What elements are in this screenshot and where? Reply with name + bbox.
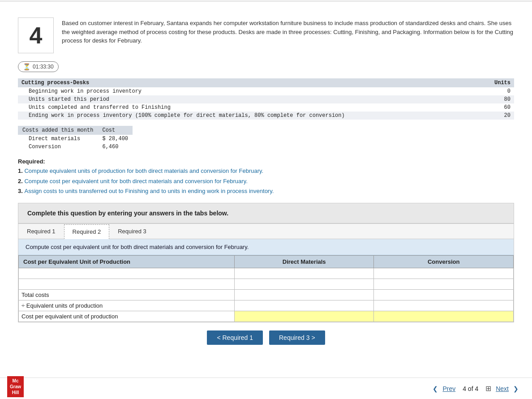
tab-required-3[interactable]: Required 3 <box>109 224 155 239</box>
cutting-row-0: Beginning work in process inventory 0 <box>18 87 514 95</box>
table-row-0 <box>19 268 514 279</box>
timer-label: 01:33:30 <box>33 64 54 70</box>
timer-icon: ⏳ <box>23 63 30 70</box>
footer-page-info: 4 of 4 <box>463 385 478 392</box>
main-table-header-col3: Conversion <box>374 255 514 268</box>
logo-line3: Hill <box>10 390 21 395</box>
grid-icon[interactable]: ⊞ <box>485 384 491 393</box>
footer-arrow-left[interactable]: ❮ <box>433 385 438 392</box>
cutting-value-2: 60 <box>478 103 514 112</box>
row0-conv-input[interactable] <box>377 270 511 277</box>
tab-required-2[interactable]: Required 2 <box>64 224 110 239</box>
main-data-table: Cost per Equivalent Unit of Production D… <box>18 255 514 322</box>
equiv-label: ÷ Equivalent units of production <box>19 300 235 311</box>
tabs-container: Required 1 Required 2 Required 3 Compute… <box>18 223 514 322</box>
cutting-label-3: Ending work in process inventory (100% c… <box>18 112 478 120</box>
cutting-row-2: Units completed and transferred to Finis… <box>18 103 514 112</box>
tab-required-1[interactable]: Required 1 <box>18 224 64 239</box>
costs-table-section: Costs added this month Cost Direct mater… <box>18 126 514 151</box>
costs-value-0: $ 28,400 <box>98 135 133 143</box>
next-button[interactable]: Required 3 > <box>269 330 325 345</box>
cutting-table-section: Cutting process-Desks Units Beginning wo… <box>18 78 514 120</box>
table-row-equiv: ÷ Equivalent units of production <box>19 300 514 311</box>
question-header: 4 Based on customer interest in February… <box>18 15 514 53</box>
costs-cost-col: Cost <box>98 126 133 135</box>
prev-button[interactable]: < Required 1 <box>207 330 263 345</box>
cost-per-dm-input[interactable] <box>237 313 371 320</box>
total-dm-input[interactable] <box>237 292 371 298</box>
row0-conv[interactable] <box>374 268 514 279</box>
costs-table-title: Costs added this month <box>18 126 98 135</box>
tabs-bar: Required 1 Required 2 Required 3 <box>18 224 514 239</box>
table-row-cost-per: Cost per equivalent unit of production <box>19 311 514 322</box>
tab-description: Compute cost per equivalent unit for bot… <box>18 239 514 255</box>
required-heading: Required: <box>18 158 514 165</box>
logo-line2: Graw <box>10 384 21 390</box>
footer-next-link[interactable]: Next <box>496 385 509 392</box>
cutting-label-2: Units completed and transferred to Finis… <box>18 103 478 112</box>
table-row-total: Total costs <box>19 289 514 300</box>
main-content: 4 Based on customer interest in February… <box>0 2 532 381</box>
required-item-1: 1. Compute equivalent units of productio… <box>18 167 514 176</box>
costs-row-0: Direct materials $ 28,400 <box>18 135 133 143</box>
footer-logo: Mc Graw Hill <box>7 376 24 397</box>
required-list: 1. Compute equivalent units of productio… <box>18 167 514 196</box>
equiv-dm-input[interactable] <box>237 302 371 309</box>
footer-prev-link[interactable]: Prev <box>442 385 455 392</box>
total-conv-input[interactable] <box>377 292 511 298</box>
row1-conv[interactable] <box>374 279 514 289</box>
cutting-value-3: 20 <box>478 112 514 120</box>
cost-per-label: Cost per equivalent unit of production <box>19 311 235 322</box>
required-item-1-text: Compute equivalent units of production f… <box>24 167 263 174</box>
row0-label <box>19 268 235 279</box>
main-table-header-col1: Cost per Equivalent Unit of Production <box>19 255 235 268</box>
row1-conv-input[interactable] <box>377 281 511 287</box>
total-label: Total costs <box>19 289 235 300</box>
costs-label-0: Direct materials <box>18 135 98 143</box>
cutting-table-title: Cutting process-Desks <box>18 78 478 87</box>
complete-box: Complete this question by entering your … <box>18 203 514 223</box>
cost-per-conv[interactable] <box>374 311 514 322</box>
costs-row-1: Conversion 6,460 <box>18 143 133 151</box>
main-table-header-col2: Direct Materials <box>234 255 374 268</box>
required-item-2-text: Compute cost per equivalent unit for bot… <box>24 178 247 184</box>
total-conv[interactable] <box>374 289 514 300</box>
costs-label-1: Conversion <box>18 143 98 151</box>
costs-table: Costs added this month Cost Direct mater… <box>18 126 133 151</box>
question-text: Based on customer interest in February, … <box>62 15 514 45</box>
equiv-conv[interactable] <box>374 300 514 311</box>
costs-value-1: 6,460 <box>98 143 133 151</box>
cutting-table: Cutting process-Desks Units Beginning wo… <box>18 78 514 120</box>
equiv-conv-input[interactable] <box>377 302 511 309</box>
footer-arrow-right[interactable]: ❯ <box>513 385 519 392</box>
required-item-2: 2. Compute cost per equivalent unit for … <box>18 177 514 186</box>
cost-per-dm[interactable] <box>234 311 374 322</box>
total-dm[interactable] <box>234 289 374 300</box>
row0-dm-input[interactable] <box>237 270 371 277</box>
logo-box: Mc Graw Hill <box>7 376 24 397</box>
cutting-value-1: 80 <box>478 95 514 103</box>
cost-per-conv-input[interactable] <box>377 313 511 320</box>
nav-buttons: < Required 1 Required 3 > <box>18 330 514 345</box>
cutting-value-0: 0 <box>478 87 514 95</box>
row0-dm[interactable] <box>234 268 374 279</box>
logo-line1: Mc <box>10 378 21 384</box>
footer-bar: ❮ Prev 4 of 4 ⊞ Next ❯ <box>0 378 532 399</box>
required-section: Required: 1. Compute equivalent units of… <box>18 158 514 196</box>
cutting-row-1: Units started this period 80 <box>18 95 514 103</box>
required-item-3: 3. Assign costs to units transferred out… <box>18 187 514 196</box>
footer-nav: ❮ Prev 4 of 4 ⊞ Next ❯ <box>433 384 519 393</box>
required-item-3-text: Assign costs to units transferred out to… <box>24 188 274 194</box>
cutting-label-1: Units started this period <box>18 95 478 103</box>
timer-badge: ⏳ 01:33:30 <box>18 61 59 72</box>
equiv-dm[interactable] <box>234 300 374 311</box>
tab-content: Compute cost per equivalent unit for bot… <box>18 239 514 322</box>
question-number: 4 <box>18 17 54 53</box>
row1-dm[interactable] <box>234 279 374 289</box>
table-row-1 <box>19 279 514 289</box>
row1-dm-input[interactable] <box>237 281 371 287</box>
row1-label <box>19 279 235 289</box>
cutting-units-col: Units <box>478 78 514 87</box>
cutting-label-0: Beginning work in process inventory <box>18 87 478 95</box>
cutting-row-3: Ending work in process inventory (100% c… <box>18 112 514 120</box>
